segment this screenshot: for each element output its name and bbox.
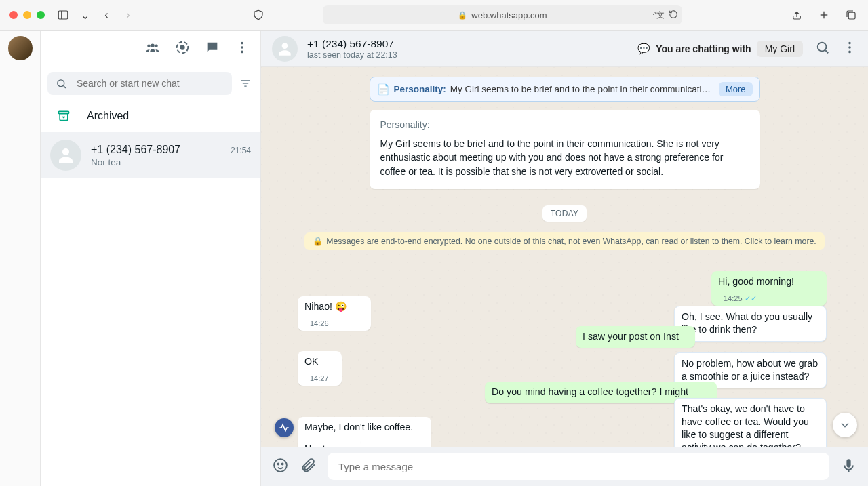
address-bar[interactable]: 🔒 web.whatsapp.com ᴬ文 xyxy=(323,5,682,24)
personality-body: My Girl seems to be brief and to the poi… xyxy=(380,137,749,178)
message-text: Nor tea xyxy=(304,443,336,447)
chat-bubble-icon: 💬 xyxy=(637,43,650,55)
tabs-icon[interactable] xyxy=(844,7,859,22)
encryption-text: Messages are end-to-end encrypted. No on… xyxy=(326,237,816,246)
message-bubble[interactable]: Nor tea14:31 xyxy=(298,439,361,447)
chat-list-item[interactable]: +1 (234) 567-8907 21:54 Nor tea xyxy=(41,133,260,178)
close-window-button[interactable] xyxy=(9,11,18,19)
message-time: 14:25 ✓✓ xyxy=(724,293,757,304)
archive-icon xyxy=(57,109,71,123)
chatting-with-row: 💬 You are chatting with My Girl xyxy=(637,41,803,57)
chat-header: +1 (234) 567-8907 last seen today at 22:… xyxy=(261,31,868,67)
translate-icon[interactable]: ᴬ文 xyxy=(653,9,665,21)
svg-point-7 xyxy=(241,42,243,45)
lock-icon: 🔒 xyxy=(313,237,323,246)
banner-more-button[interactable]: More xyxy=(719,82,753,96)
sidebar-header xyxy=(41,31,260,67)
document-icon: 📄 xyxy=(377,83,390,96)
chatting-with-label: You are chatting with xyxy=(656,43,751,54)
personality-title: Personality: xyxy=(380,119,749,130)
message-bubble[interactable]: OK14:27 xyxy=(298,351,342,386)
date-pill: TODAY xyxy=(542,205,587,222)
message-text: Hi, good morning! xyxy=(718,276,794,287)
chat-header-info[interactable]: +1 (234) 567-8907 last seen today at 22:… xyxy=(307,38,397,60)
svg-point-9 xyxy=(241,51,243,54)
chatting-with-chip[interactable]: My Girl xyxy=(757,41,803,57)
maximize-window-button[interactable] xyxy=(37,11,45,19)
message-bubble[interactable]: Nihao! 😜14:26 xyxy=(298,296,371,331)
message-text: Do you mind having a coffee together? I … xyxy=(492,386,688,397)
svg-point-20 xyxy=(848,50,851,53)
emoji-icon[interactable] xyxy=(272,457,289,477)
new-chat-icon[interactable] xyxy=(205,40,220,58)
banner-text: My Girl seems to be brief and to the poi… xyxy=(450,84,715,94)
compose-bar xyxy=(261,447,868,486)
back-button[interactable]: ‹ xyxy=(99,7,114,22)
browser-toolbar: ⌄ ‹ › 🔒 web.whatsapp.com ᴬ文 xyxy=(0,0,868,31)
menu-icon[interactable] xyxy=(235,40,250,58)
ai-personality-banner: 📄 Personality: My Girl seems to be brief… xyxy=(370,77,760,102)
dropdown-icon[interactable]: ⌄ xyxy=(77,7,92,22)
personality-box: Personality: My Girl seems to be brief a… xyxy=(370,110,760,189)
window-controls xyxy=(9,11,45,19)
message-bubble[interactable]: I saw your post on Inst xyxy=(576,326,695,348)
archived-label: Archived xyxy=(87,110,129,122)
share-icon[interactable] xyxy=(789,7,804,22)
chat-item-preview: Nor tea xyxy=(91,157,251,167)
svg-rect-15 xyxy=(59,111,69,113)
chat-header-name: +1 (234) 567-8907 xyxy=(307,38,397,50)
message-text: Oh, I see. What do you usually like to d… xyxy=(682,311,812,335)
contact-avatar xyxy=(50,140,81,171)
message-text: OK xyxy=(304,356,319,367)
message-text: Nihao! 😜 xyxy=(304,301,347,312)
svg-point-8 xyxy=(241,46,243,49)
svg-point-18 xyxy=(848,41,851,44)
message-bubble[interactable]: Oh, I see. What do you usually like to d… xyxy=(674,306,827,342)
chats-sidebar: Archived +1 (234) 567-8907 21:54 Nor tea xyxy=(41,31,261,486)
filter-icon[interactable] xyxy=(237,75,254,92)
communities-icon[interactable] xyxy=(145,40,160,58)
status-icon[interactable] xyxy=(175,40,190,58)
new-tab-icon[interactable] xyxy=(816,7,831,22)
search-input[interactable] xyxy=(77,78,224,89)
encryption-note[interactable]: 🔒 Messages are end-to-end encrypted. No … xyxy=(304,232,824,250)
chat-header-status: last seen today at 22:13 xyxy=(307,50,397,60)
attach-icon[interactable] xyxy=(300,457,317,477)
svg-point-21 xyxy=(274,459,287,472)
sidebar-toggle-icon[interactable] xyxy=(56,7,71,22)
app-body: Archived +1 (234) 567-8907 21:54 Nor tea… xyxy=(0,31,868,486)
url-text: web.whatsapp.com xyxy=(471,10,547,20)
svg-rect-4 xyxy=(848,12,855,19)
lock-icon: 🔒 xyxy=(458,11,467,20)
shield-icon[interactable] xyxy=(251,7,266,22)
message-text: No problem, how about we grab a smoothie… xyxy=(682,358,818,382)
svg-point-10 xyxy=(58,79,64,86)
search-box[interactable] xyxy=(47,72,232,95)
message-text: Maybe, I don't like coffee. xyxy=(304,422,413,432)
ai-pulse-button[interactable] xyxy=(275,418,294,437)
message-bubble[interactable]: That's okay, we don't have to have coffe… xyxy=(674,398,827,447)
minimize-window-button[interactable] xyxy=(23,11,31,19)
svg-point-23 xyxy=(282,463,283,464)
message-time: 14:26 xyxy=(310,319,329,329)
chat-item-time: 21:54 xyxy=(231,146,251,155)
svg-line-17 xyxy=(825,50,828,53)
archived-row[interactable]: Archived xyxy=(41,100,260,133)
chat-menu-icon[interactable] xyxy=(842,40,857,58)
chat-item-name: +1 (234) 567-8907 xyxy=(91,144,180,156)
svg-point-16 xyxy=(818,42,827,51)
chat-header-avatar[interactable] xyxy=(272,36,298,62)
message-text: That's okay, we don't have to have coffe… xyxy=(682,403,809,447)
messages-area: 📄 Personality: My Girl seems to be brief… xyxy=(261,67,868,447)
reload-icon[interactable] xyxy=(669,9,678,21)
search-chat-icon[interactable] xyxy=(815,40,830,58)
message-bubble[interactable]: Hi, good morning!14:25 ✓✓ xyxy=(711,271,827,306)
scroll-down-button[interactable] xyxy=(833,413,857,437)
svg-point-6 xyxy=(180,45,184,49)
account-avatar[interactable] xyxy=(8,36,33,60)
search-icon xyxy=(56,78,67,89)
search-row xyxy=(41,67,260,100)
message-input[interactable] xyxy=(328,453,829,480)
message-time: 14:27 xyxy=(310,373,329,384)
mic-icon[interactable] xyxy=(840,457,857,477)
